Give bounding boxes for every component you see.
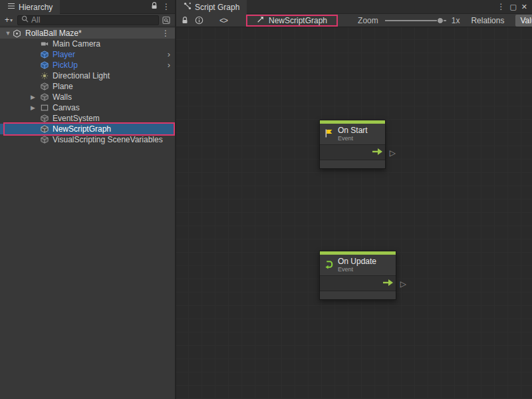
hierarchy-item-main-camera[interactable]: Main Camera [0, 39, 175, 49]
zoom-value: 1x [452, 16, 460, 25]
hierarchy-item-plane[interactable]: Plane [0, 81, 175, 92]
scene-menu-icon[interactable]: ⋮ [162, 29, 175, 38]
node-on-update[interactable]: On Update Event ▷ [319, 251, 396, 300]
node-title: On Start [338, 126, 368, 135]
unity-editor: Hierarchy ⋮ + ▾ All [0, 0, 532, 399]
cube-icon [40, 92, 49, 102]
code-icon[interactable]: <> [219, 16, 227, 25]
item-label: Plane [53, 82, 73, 91]
prefab-chevron-icon[interactable]: › [168, 51, 175, 58]
graph-name-label: NewScriptGraph [269, 16, 327, 25]
hierarchy-item-canvas[interactable]: ▶ Canvas [0, 102, 175, 113]
graph-menu-icon[interactable]: ⋮ [497, 2, 505, 11]
item-label: Directional Light [53, 71, 110, 80]
values-button[interactable]: Values [515, 15, 532, 27]
node-title: On Update [338, 257, 376, 266]
prefab-chevron-icon[interactable]: › [168, 62, 175, 68]
item-label: Walls [53, 92, 72, 102]
hierarchy-item-directional-light[interactable]: Directional Light [0, 70, 175, 81]
hierarchy-menu-icon[interactable]: ⋮ [162, 2, 170, 11]
tab-script-graph[interactable]: Script Graph [176, 0, 247, 14]
hierarchy-search-input[interactable]: All [17, 15, 159, 25]
search-filter-icon[interactable] [162, 16, 172, 25]
hierarchy-item-visualscripting-scenevariables[interactable]: VisualScripting SceneVariables [0, 134, 175, 145]
cube-icon [40, 135, 49, 144]
lock-icon[interactable] [151, 2, 158, 11]
item-label: NewScriptGraph [53, 124, 111, 134]
connection-triangle-icon[interactable]: ▷ [390, 148, 396, 158]
caret-down-icon: ▾ [10, 17, 13, 23]
light-icon [40, 71, 49, 80]
zoom-slider-handle[interactable] [437, 17, 444, 24]
search-icon [21, 15, 29, 25]
script-graph-icon [184, 2, 192, 12]
expand-arrow-icon[interactable]: ▶ [31, 94, 40, 100]
hierarchy-panel: Hierarchy ⋮ + ▾ All [0, 0, 176, 399]
connection-triangle-icon[interactable]: ▷ [400, 279, 406, 289]
collapse-arrow-icon[interactable]: ▼ [4, 30, 12, 37]
prefab-cube-icon [40, 50, 49, 59]
node-port-row [320, 144, 385, 160]
item-label: VisualScripting SceneVariables [53, 135, 163, 144]
hierarchy-list-icon [7, 2, 15, 12]
graph-window-controls: ⋮ ▢ ✕ [497, 0, 532, 13]
node-header: On Start Event [320, 124, 385, 144]
node-footer [320, 160, 385, 168]
flag-icon [324, 128, 334, 140]
cube-icon [40, 114, 49, 123]
node-footer [320, 291, 396, 299]
info-icon[interactable] [195, 16, 203, 25]
unity-scene-icon [12, 29, 22, 38]
lock-icon[interactable] [182, 17, 188, 24]
relations-button[interactable]: Relations [466, 15, 509, 27]
tab-script-graph-label: Script Graph [195, 3, 239, 12]
loop-icon [324, 259, 334, 271]
node-subtitle: Event [338, 135, 368, 142]
cube-icon [40, 82, 49, 91]
zoom-slider[interactable] [385, 16, 446, 25]
node-on-start[interactable]: On Start Event ▷ [319, 120, 386, 169]
hierarchy-header-actions: ⋮ [151, 0, 175, 13]
node-subtitle: Event [338, 266, 376, 273]
hierarchy-item-walls[interactable]: ▶ Walls [0, 92, 175, 102]
graph-tabbar: Script Graph ⋮ ▢ ✕ [176, 0, 532, 14]
hierarchy-item-player[interactable]: Player › [0, 49, 175, 60]
canvas-icon [40, 103, 49, 112]
cube-icon [40, 124, 49, 134]
graph-canvas[interactable]: On Start Event ▷ [176, 27, 532, 399]
add-object-button[interactable]: + ▾ [3, 15, 14, 25]
graph-toolbar: <> NewScriptGraph Zoom 1x Relations Valu… [176, 14, 532, 27]
graph-asset-icon [257, 15, 265, 25]
script-graph-panel: Script Graph ⋮ ▢ ✕ <> NewScriptGraph [176, 0, 532, 399]
camera-icon [40, 39, 49, 49]
hierarchy-item-eventsystem[interactable]: EventSystem [0, 113, 175, 124]
item-label: Main Camera [53, 39, 100, 49]
scene-name: RollaBall Maze* [25, 29, 82, 38]
hierarchy-item-newscriptgraph[interactable]: NewScriptGraph [0, 124, 175, 134]
node-header: On Update Event [320, 255, 396, 275]
item-label: Canvas [53, 103, 80, 112]
output-port-arrow-icon[interactable] [382, 279, 394, 289]
tab-hierarchy-label: Hierarchy [19, 3, 53, 12]
hierarchy-tree: ▼ RollaBall Maze* ⋮ Main Camera P [0, 27, 175, 399]
output-port-arrow-icon[interactable] [372, 148, 383, 158]
expand-arrow-icon[interactable]: ▶ [31, 104, 40, 111]
graph-name-box[interactable]: NewScriptGraph [246, 15, 338, 27]
hierarchy-item-pickup[interactable]: PickUp › [0, 60, 175, 70]
search-placeholder: All [31, 15, 40, 25]
tab-hierarchy[interactable]: Hierarchy [0, 0, 60, 14]
maximize-icon[interactable]: ▢ [509, 3, 516, 11]
zoom-label: Zoom [358, 16, 378, 25]
plus-icon: + [5, 15, 9, 25]
node-port-row [320, 275, 396, 291]
close-icon[interactable]: ✕ [521, 3, 527, 11]
item-label: PickUp [53, 61, 78, 70]
scene-row[interactable]: ▼ RollaBall Maze* ⋮ [0, 28, 175, 39]
prefab-cube-icon [40, 61, 49, 70]
item-label: EventSystem [53, 114, 100, 123]
hierarchy-tabbar: Hierarchy ⋮ [0, 0, 175, 14]
item-label: Player [53, 50, 75, 59]
hierarchy-toolbar: + ▾ All [0, 14, 175, 27]
